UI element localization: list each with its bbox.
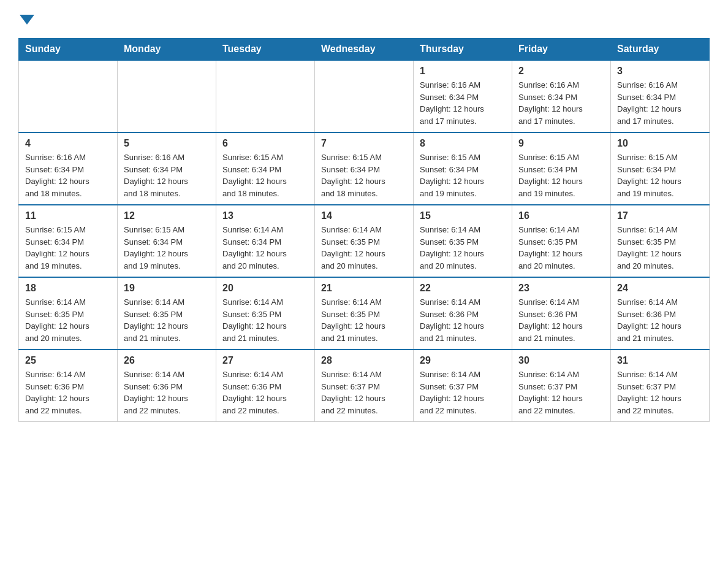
day-number: 23 [518,283,604,294]
day-info: Sunrise: 6:16 AM Sunset: 6:34 PM Dayligh… [518,79,604,127]
day-info: Sunrise: 6:14 AM Sunset: 6:35 PM Dayligh… [25,296,111,344]
calendar-cell: 6Sunrise: 6:15 AM Sunset: 6:34 PM Daylig… [216,132,315,205]
calendar-table: SundayMondayTuesdayWednesdayThursdayFrid… [18,38,710,422]
calendar-cell: 22Sunrise: 6:14 AM Sunset: 6:36 PM Dayli… [414,277,512,350]
weekday-header-thursday: Thursday [414,39,512,61]
day-number: 22 [420,283,506,294]
weekday-header-monday: Monday [118,39,216,61]
day-info: Sunrise: 6:14 AM Sunset: 6:37 PM Dayligh… [518,369,604,416]
weekday-header-wednesday: Wednesday [315,39,414,61]
day-info: Sunrise: 6:14 AM Sunset: 6:36 PM Dayligh… [222,369,308,416]
day-info: Sunrise: 6:16 AM Sunset: 6:34 PM Dayligh… [25,151,111,199]
calendar-cell: 14Sunrise: 6:14 AM Sunset: 6:35 PM Dayli… [315,205,414,277]
day-info: Sunrise: 6:14 AM Sunset: 6:34 PM Dayligh… [222,224,308,272]
day-number: 10 [617,138,703,149]
logo [18,12,34,26]
day-number: 19 [124,283,210,294]
calendar-cell: 30Sunrise: 6:14 AM Sunset: 6:37 PM Dayli… [512,350,611,422]
calendar-cell: 24Sunrise: 6:14 AM Sunset: 6:36 PM Dayli… [611,277,710,350]
calendar-cell: 25Sunrise: 6:14 AM Sunset: 6:36 PM Dayli… [19,350,118,422]
day-number: 14 [321,210,407,221]
calendar-cell: 15Sunrise: 6:14 AM Sunset: 6:35 PM Dayli… [414,205,512,277]
calendar-cell: 27Sunrise: 6:14 AM Sunset: 6:36 PM Dayli… [216,350,315,422]
calendar-cell: 18Sunrise: 6:14 AM Sunset: 6:35 PM Dayli… [19,277,118,350]
calendar-cell: 29Sunrise: 6:14 AM Sunset: 6:37 PM Dayli… [414,350,512,422]
day-number: 11 [25,210,111,221]
day-info: Sunrise: 6:15 AM Sunset: 6:34 PM Dayligh… [420,151,506,199]
day-info: Sunrise: 6:14 AM Sunset: 6:35 PM Dayligh… [124,296,210,344]
calendar-cell [315,60,414,132]
calendar-cell [118,60,216,132]
day-number: 3 [617,66,703,77]
day-info: Sunrise: 6:15 AM Sunset: 6:34 PM Dayligh… [321,151,407,199]
day-number: 16 [518,210,604,221]
day-info: Sunrise: 6:15 AM Sunset: 6:34 PM Dayligh… [518,151,604,199]
calendar-cell: 10Sunrise: 6:15 AM Sunset: 6:34 PM Dayli… [611,132,710,205]
calendar-cell: 13Sunrise: 6:14 AM Sunset: 6:34 PM Dayli… [216,205,315,277]
calendar-week-4: 18Sunrise: 6:14 AM Sunset: 6:35 PM Dayli… [19,277,710,350]
page-header [18,12,710,26]
calendar-week-3: 11Sunrise: 6:15 AM Sunset: 6:34 PM Dayli… [19,205,710,277]
calendar-cell: 26Sunrise: 6:14 AM Sunset: 6:36 PM Dayli… [118,350,216,422]
weekday-header-tuesday: Tuesday [216,39,315,61]
day-info: Sunrise: 6:14 AM Sunset: 6:36 PM Dayligh… [518,296,604,344]
calendar-cell [19,60,118,132]
day-info: Sunrise: 6:14 AM Sunset: 6:35 PM Dayligh… [321,224,407,272]
day-number: 8 [420,138,506,149]
day-info: Sunrise: 6:14 AM Sunset: 6:37 PM Dayligh… [420,369,506,416]
day-info: Sunrise: 6:16 AM Sunset: 6:34 PM Dayligh… [124,151,210,199]
day-info: Sunrise: 6:15 AM Sunset: 6:34 PM Dayligh… [617,151,703,199]
day-info: Sunrise: 6:14 AM Sunset: 6:36 PM Dayligh… [124,369,210,416]
day-number: 9 [518,138,604,149]
calendar-week-5: 25Sunrise: 6:14 AM Sunset: 6:36 PM Dayli… [19,350,710,422]
calendar-header: SundayMondayTuesdayWednesdayThursdayFrid… [19,39,710,61]
weekday-header-saturday: Saturday [611,39,710,61]
day-info: Sunrise: 6:14 AM Sunset: 6:35 PM Dayligh… [420,224,506,272]
day-number: 21 [321,283,407,294]
calendar-week-2: 4Sunrise: 6:16 AM Sunset: 6:34 PM Daylig… [19,132,710,205]
day-number: 20 [222,283,308,294]
calendar-cell: 2Sunrise: 6:16 AM Sunset: 6:34 PM Daylig… [512,60,611,132]
day-number: 2 [518,66,604,77]
calendar-cell: 21Sunrise: 6:14 AM Sunset: 6:35 PM Dayli… [315,277,414,350]
calendar-week-1: 1Sunrise: 6:16 AM Sunset: 6:34 PM Daylig… [19,60,710,132]
logo-text [18,12,34,25]
day-info: Sunrise: 6:14 AM Sunset: 6:36 PM Dayligh… [617,296,703,344]
day-info: Sunrise: 6:14 AM Sunset: 6:37 PM Dayligh… [617,369,703,416]
calendar-cell: 19Sunrise: 6:14 AM Sunset: 6:35 PM Dayli… [118,277,216,350]
day-number: 27 [222,355,308,366]
day-number: 4 [25,138,111,149]
day-info: Sunrise: 6:14 AM Sunset: 6:36 PM Dayligh… [25,369,111,416]
day-info: Sunrise: 6:14 AM Sunset: 6:36 PM Dayligh… [420,296,506,344]
day-number: 26 [124,355,210,366]
calendar-cell: 7Sunrise: 6:15 AM Sunset: 6:34 PM Daylig… [315,132,414,205]
day-number: 5 [124,138,210,149]
day-info: Sunrise: 6:15 AM Sunset: 6:34 PM Dayligh… [222,151,308,199]
calendar-cell: 28Sunrise: 6:14 AM Sunset: 6:37 PM Dayli… [315,350,414,422]
day-number: 18 [25,283,111,294]
calendar-cell: 3Sunrise: 6:16 AM Sunset: 6:34 PM Daylig… [611,60,710,132]
weekday-header-friday: Friday [512,39,611,61]
day-info: Sunrise: 6:14 AM Sunset: 6:35 PM Dayligh… [321,296,407,344]
calendar-cell: 4Sunrise: 6:16 AM Sunset: 6:34 PM Daylig… [19,132,118,205]
day-number: 29 [420,355,506,366]
day-info: Sunrise: 6:16 AM Sunset: 6:34 PM Dayligh… [420,79,506,127]
day-info: Sunrise: 6:14 AM Sunset: 6:35 PM Dayligh… [518,224,604,272]
day-number: 6 [222,138,308,149]
day-info: Sunrise: 6:14 AM Sunset: 6:37 PM Dayligh… [321,369,407,416]
calendar-cell: 20Sunrise: 6:14 AM Sunset: 6:35 PM Dayli… [216,277,315,350]
calendar-cell: 23Sunrise: 6:14 AM Sunset: 6:36 PM Dayli… [512,277,611,350]
day-info: Sunrise: 6:14 AM Sunset: 6:35 PM Dayligh… [222,296,308,344]
calendar-cell [216,60,315,132]
calendar-cell: 11Sunrise: 6:15 AM Sunset: 6:34 PM Dayli… [19,205,118,277]
day-number: 1 [420,66,506,77]
calendar-cell: 12Sunrise: 6:15 AM Sunset: 6:34 PM Dayli… [118,205,216,277]
day-number: 13 [222,210,308,221]
calendar-cell: 31Sunrise: 6:14 AM Sunset: 6:37 PM Dayli… [611,350,710,422]
day-number: 30 [518,355,604,366]
day-number: 7 [321,138,407,149]
day-number: 24 [617,283,703,294]
day-number: 12 [124,210,210,221]
weekday-header-sunday: Sunday [19,39,118,61]
calendar-cell: 9Sunrise: 6:15 AM Sunset: 6:34 PM Daylig… [512,132,611,205]
